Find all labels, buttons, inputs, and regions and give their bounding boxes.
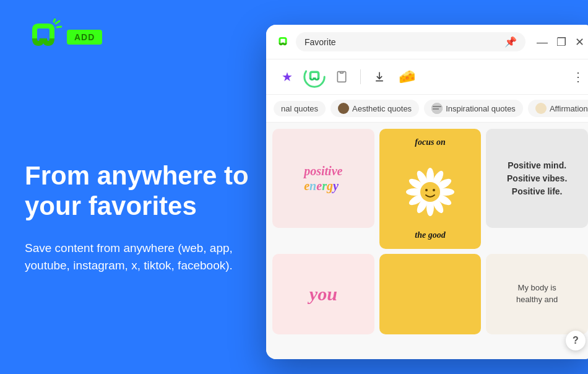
left-panel: From anywhere to your favorites Save con…: [25, 0, 260, 374]
browser-logo-icon: [276, 35, 290, 49]
spinning-logo-icon: [303, 66, 326, 88]
svg-point-22: [433, 189, 435, 191]
affirmations-avatar: [535, 103, 547, 114]
tag-nal-quotes[interactable]: nal quotes: [274, 101, 326, 116]
close-button[interactable]: ✕: [575, 37, 584, 48]
tag-label: Aesthetic quotes: [352, 104, 412, 113]
card-you: you: [272, 254, 374, 334]
svg-point-3: [305, 67, 324, 87]
browser-window: Favorite 📌 — ❐ ✕ ★: [266, 25, 588, 359]
card-focus-good: focus on: [379, 129, 482, 249]
card-positive-mind: Positive mind.Positive vibes.Positive li…: [486, 129, 588, 228]
window-controls: — ❐ ✕: [537, 37, 584, 48]
minimize-button[interactable]: —: [537, 37, 548, 48]
positive-mind-text: Positive mind.Positive vibes.Positive li…: [507, 159, 567, 198]
card-positive-energy: positive e n e r g y: [272, 129, 374, 228]
tags-row: nal quotes Aesthetic quotes Inspirationa…: [266, 95, 588, 123]
you-text: you: [309, 284, 337, 305]
positive-energy-text: positive e n e r g y: [304, 163, 342, 193]
aesthetic-avatar: [338, 103, 349, 114]
tag-label: Affirmations: [550, 104, 588, 113]
browser-chrome: Favorite 📌 — ❐ ✕: [266, 25, 588, 59]
address-text: Favorite: [305, 37, 336, 47]
svg-rect-4: [340, 72, 344, 74]
inspirational-avatar-icon: [431, 103, 443, 114]
tag-label: nal quotes: [281, 104, 318, 113]
download-icon: [373, 71, 386, 83]
svg-point-20: [420, 182, 440, 202]
focus-text-top: focus on: [379, 137, 482, 147]
tag-label: Inspirational quotes: [446, 104, 516, 113]
headline: From anywhere to your favorites: [25, 161, 260, 221]
toolbar-divider: [360, 69, 361, 84]
card-bottom-center: [379, 254, 482, 334]
more-menu-button[interactable]: ⋮: [572, 69, 584, 84]
tag-affirmations[interactable]: Affirmations: [528, 100, 588, 117]
address-bar[interactable]: Favorite 📌: [296, 32, 525, 51]
emoji-button[interactable]: 🧀: [396, 66, 418, 88]
clipboard-button[interactable]: [331, 66, 353, 88]
content-grid: positive e n e r g y focus on: [266, 123, 588, 359]
download-button[interactable]: [368, 66, 391, 88]
clipboard-icon: [335, 71, 348, 83]
card-my-body: My body ishealthy and: [486, 254, 588, 334]
subtext: Save content from anywhere (web, app, yo…: [25, 240, 260, 275]
tag-aesthetic-quotes[interactable]: Aesthetic quotes: [331, 100, 419, 117]
my-body-text: My body ishealthy and: [516, 282, 558, 305]
inspirational-avatar: [431, 103, 443, 114]
tag-inspirational-quotes[interactable]: Inspirational quotes: [424, 100, 523, 117]
help-button[interactable]: ?: [566, 331, 586, 350]
star-button[interactable]: ★: [276, 66, 298, 88]
maximize-button[interactable]: ❐: [556, 37, 566, 48]
focus-text-bottom: the good: [379, 230, 482, 240]
daisy-svg: [402, 164, 458, 220]
svg-point-21: [425, 189, 428, 191]
pin-icon: 📌: [504, 36, 517, 48]
app-logo-button[interactable]: [303, 66, 326, 88]
toolbar: ★ 🧀 ⋮: [266, 59, 588, 95]
